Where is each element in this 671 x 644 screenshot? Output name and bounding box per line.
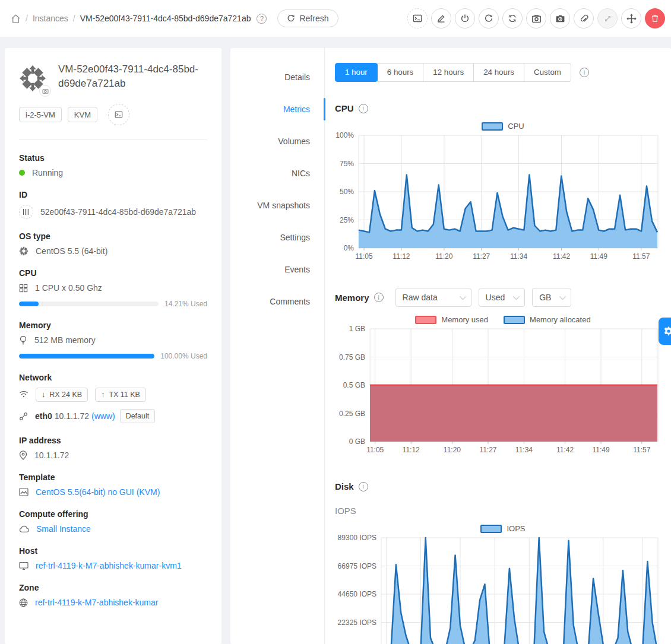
console-button[interactable] xyxy=(407,8,428,28)
migrate-button[interactable] xyxy=(621,8,641,28)
svg-text:100%: 100% xyxy=(336,132,354,139)
recurring-snapshot-button[interactable] xyxy=(550,8,570,28)
settings-drawer-button[interactable] xyxy=(659,318,671,345)
svg-text:0 GB: 0 GB xyxy=(349,437,365,446)
arrow-down-icon: ↓ xyxy=(42,391,45,399)
os-logo xyxy=(19,65,46,92)
ip-value: 10.1.1.72 xyxy=(34,451,69,460)
arrow-up-icon: ↑ xyxy=(101,391,105,399)
paperclip-icon xyxy=(579,14,588,23)
svg-text:11:27: 11:27 xyxy=(479,446,496,454)
range-custom[interactable]: Custom xyxy=(524,63,571,82)
select-used[interactable]: Used xyxy=(479,288,526,307)
disk-chart-title: Disk xyxy=(335,481,354,491)
reinstall-button[interactable] xyxy=(502,8,523,28)
status-running-dot xyxy=(19,170,25,176)
zone-link[interactable]: ref-trl-4119-k-M7-abhishek-kumar xyxy=(35,598,158,607)
refresh-button[interactable]: Refresh xyxy=(277,9,338,27)
vm-title: VM-52e00f43-7911-4dc4-85bd-d69de7a721ab xyxy=(58,62,201,92)
chevron-down-icon xyxy=(459,293,466,300)
tab-vm-snapshots[interactable]: VM snapshots xyxy=(230,189,324,221)
zone-section: Zone ref-trl-4119-k-M7-abhishek-kumar xyxy=(19,583,207,607)
memory-legend: Memory usedMemory allocated xyxy=(335,315,671,324)
range-6-hours[interactable]: 6 hours xyxy=(377,63,423,82)
bulb-icon xyxy=(19,335,27,345)
range-12-hours[interactable]: 12 hours xyxy=(423,63,474,82)
tab-volumes[interactable]: Volumes xyxy=(230,125,324,157)
location-pin-icon xyxy=(19,451,27,460)
svg-text:11:12: 11:12 xyxy=(393,252,410,261)
template-section: Template CentOS 5.5(64-bit) no GUI (KVM) xyxy=(19,472,207,497)
svg-text:50%: 50% xyxy=(340,188,354,196)
svg-text:0.75 GB: 0.75 GB xyxy=(339,353,365,361)
svg-text:11:57: 11:57 xyxy=(632,252,650,261)
edit-icon xyxy=(436,14,446,23)
refresh-icon xyxy=(287,14,295,23)
range-24-hours[interactable]: 24 hours xyxy=(473,63,524,82)
destroy-button[interactable] xyxy=(645,8,665,28)
iops-chart: 0 IOPS22325 IOPS44650 IOPS66975 IOPS8930… xyxy=(335,534,671,644)
id-section: ID 52e00f43-7911-4dc4-85bd-d69de7a721ab xyxy=(19,190,207,219)
memory-info-icon[interactable]: i xyxy=(374,293,384,302)
svg-text:11:27: 11:27 xyxy=(473,252,490,261)
chevron-down-icon xyxy=(513,293,520,300)
disk-chart-block: Disk i IOPS IOPS 0 IOPS22325 IOPS44650 I… xyxy=(335,481,671,644)
time-range-group: 1 hour6 hours12 hours24 hoursCustom xyxy=(335,63,571,82)
stop-button[interactable] xyxy=(455,8,475,28)
svg-text:22325 IOPS: 22325 IOPS xyxy=(338,618,376,627)
tab-events[interactable]: Events xyxy=(230,253,324,285)
template-link[interactable]: CentOS 5.5(64-bit) no GUI (KVM) xyxy=(36,487,160,497)
console-icon xyxy=(115,110,123,119)
svg-text:44650 IOPS: 44650 IOPS xyxy=(338,590,376,598)
nic-network-link[interactable]: (www) xyxy=(91,411,115,421)
tab-metrics[interactable]: Metrics xyxy=(230,93,324,125)
camera-clock-icon xyxy=(555,14,565,24)
range-info-icon[interactable]: i xyxy=(580,68,589,77)
hypervisor-tag: KVM xyxy=(68,107,97,122)
select-gb[interactable]: GB xyxy=(532,288,571,307)
range-1-hour[interactable]: 1 hour xyxy=(335,63,378,82)
help-icon[interactable]: ? xyxy=(257,14,267,24)
cpu-section: CPU 1 CPU x 0.50 Ghz 14.21% Used xyxy=(19,268,207,308)
cpu-progress-bar xyxy=(19,302,159,306)
svg-text:11:05: 11:05 xyxy=(355,252,372,261)
tab-comments[interactable]: Comments xyxy=(230,285,324,318)
reboot-button[interactable] xyxy=(479,8,499,28)
select-raw-data[interactable]: Raw data xyxy=(395,288,471,307)
console-shortcut-button[interactable] xyxy=(108,104,129,125)
host-link[interactable]: ref-trl-4119-k-M7-abhishek-kumar-kvm1 xyxy=(36,561,182,570)
iops-subtitle: IOPS xyxy=(335,506,671,516)
tab-nics[interactable]: NICs xyxy=(230,157,324,189)
tab-details[interactable]: Details xyxy=(230,61,324,93)
svg-text:0%: 0% xyxy=(344,244,355,252)
edit-button[interactable] xyxy=(431,8,451,28)
cpu-legend: CPU xyxy=(335,122,671,131)
disk-info-icon[interactable]: i xyxy=(359,482,368,491)
barcode-icon xyxy=(19,205,33,219)
breadcrumb-instances[interactable]: Instances xyxy=(33,14,68,23)
home-icon[interactable] xyxy=(11,14,21,24)
wifi-icon xyxy=(19,390,29,398)
svg-text:11:20: 11:20 xyxy=(435,252,452,261)
camera-badge-icon[interactable] xyxy=(39,85,51,97)
cpu-info-icon[interactable]: i xyxy=(359,104,368,113)
svg-text:89300 IOPS: 89300 IOPS xyxy=(338,534,376,542)
centos-small-icon xyxy=(19,246,29,256)
top-header: / Instances / VM-52e00f43-7911-4dc4-85bd… xyxy=(0,0,671,37)
cpu-chart: 0%25%50%75%100%11:0511:1211:2011:2711:34… xyxy=(335,132,671,264)
svg-text:11:20: 11:20 xyxy=(444,446,461,454)
attach-iso-button[interactable] xyxy=(574,8,594,28)
scale-icon xyxy=(603,14,612,23)
offering-link[interactable]: Small Instance xyxy=(36,524,91,534)
tab-settings[interactable]: Settings xyxy=(230,221,324,253)
os-type-value: CentOS 5.5 (64-bit) xyxy=(36,246,107,256)
gear-icon xyxy=(663,325,671,337)
cloud-icon xyxy=(19,525,29,533)
chevron-down-icon xyxy=(559,293,566,300)
host-monitor-icon xyxy=(19,561,29,570)
ip-section: IP address 10.1.1.72 xyxy=(19,436,207,460)
legend-cpu: CPU xyxy=(482,122,524,131)
snapshot-button[interactable] xyxy=(526,8,546,28)
svg-text:11:12: 11:12 xyxy=(403,446,420,454)
cpu-grid-icon xyxy=(19,284,28,293)
